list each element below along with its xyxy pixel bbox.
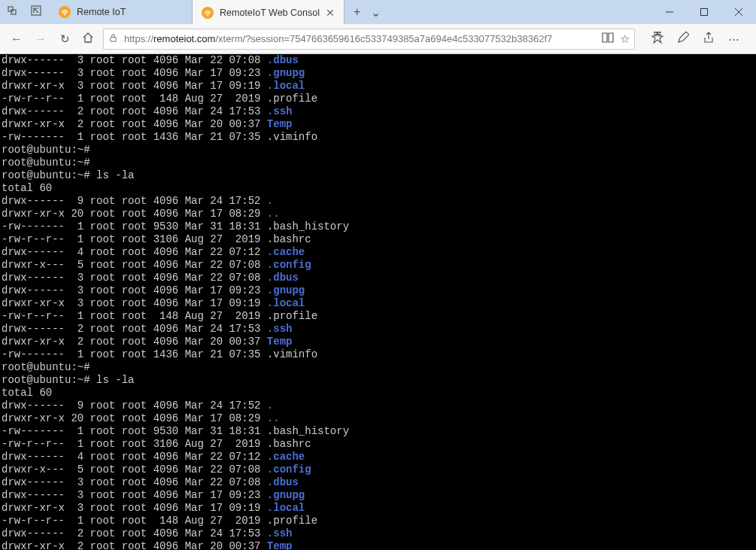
terminal-line: -rw-r--r-- 1 root root 3106 Aug 27 2019 …	[2, 233, 754, 246]
svg-point-3	[59, 6, 71, 18]
chevron-down-icon[interactable]: ⌄	[371, 5, 381, 20]
terminal-line: drwx------ 9 root root 4096 Mar 24 17:52…	[2, 400, 754, 412]
svg-point-4	[64, 14, 65, 16]
terminal[interactable]: drwx------ 3 root root 4096 Mar 22 07:08…	[0, 54, 756, 550]
set-aside-icon[interactable]	[30, 5, 42, 20]
svg-point-6	[207, 15, 208, 17]
terminal-line: root@ubuntu:~#	[2, 156, 754, 169]
home-button[interactable]	[79, 32, 97, 47]
terminal-line: drwx------ 2 root root 4096 Mar 24 17:53…	[2, 323, 754, 336]
terminal-line: drwxr-xr-x 2 root root 4096 Mar 20 00:37…	[2, 540, 754, 550]
tab-remote-iot[interactable]: Remote IoT	[50, 0, 193, 24]
terminal-line: drwx------ 3 root root 4096 Mar 17 09:23…	[2, 67, 754, 80]
terminal-line: drwx------ 2 root root 4096 Mar 24 17:53…	[2, 105, 754, 118]
terminal-line: drwxr-x--- 5 root root 4096 Mar 22 07:08…	[2, 463, 754, 476]
favorites-icon[interactable]	[651, 32, 663, 46]
terminal-line: drwxr-xr-x 3 root root 4096 Mar 17 09:19…	[2, 502, 754, 515]
right-icons: ⋯	[641, 32, 750, 46]
tab-preview-icon[interactable]	[8, 5, 20, 20]
terminal-line: -rw-r--r-- 1 root root 148 Aug 27 2019 .…	[2, 93, 754, 105]
terminal-line: root@ubuntu:~#	[2, 144, 754, 156]
terminal-line: -rw------- 1 root root 9530 Mar 31 18:31…	[2, 425, 754, 438]
terminal-line: drwx------ 4 root root 4096 Mar 22 07:12…	[2, 246, 754, 259]
tab-label: RemoteIoT Web Consol	[220, 8, 320, 18]
terminal-line: drwxr-xr-x 2 root root 4096 Mar 20 00:37…	[2, 336, 754, 348]
favorite-icon[interactable]: ☆	[620, 32, 630, 46]
terminal-line: drwx------ 2 root root 4096 Mar 24 17:53…	[2, 527, 754, 540]
terminal-line: -rw-r--r-- 1 root root 148 Aug 27 2019 .…	[2, 310, 754, 323]
close-window-button[interactable]	[721, 0, 756, 24]
terminal-line: root@ubuntu:~#	[2, 361, 754, 374]
notes-icon[interactable]	[677, 32, 689, 46]
forward-button[interactable]: →	[35, 32, 47, 46]
tab-label: Remote IoT	[77, 7, 126, 17]
terminal-line: -rw------- 1 root root 1436 Mar 21 07:35…	[2, 131, 754, 144]
terminal-line: total 60	[2, 182, 754, 195]
lock-icon	[108, 33, 118, 45]
new-tab-button[interactable]: +	[354, 5, 360, 19]
svg-rect-0	[8, 7, 13, 11]
terminal-line: drwx------ 3 root root 4096 Mar 22 07:08…	[2, 476, 754, 489]
terminal-line: drwx------ 3 root root 4096 Mar 17 09:23…	[2, 284, 754, 297]
more-icon[interactable]: ⋯	[728, 32, 739, 46]
terminal-line: -rw------- 1 root root 9530 Mar 31 18:31…	[2, 220, 754, 233]
terminal-line: drwx------ 3 root root 4096 Mar 22 07:08…	[2, 54, 754, 67]
window-controls	[652, 0, 756, 24]
terminal-line: drwx------ 3 root root 4096 Mar 22 07:08…	[2, 272, 754, 284]
terminal-line: drwx------ 4 root root 4096 Mar 22 07:12…	[2, 451, 754, 463]
terminal-line: drwx------ 9 root root 4096 Mar 24 17:52…	[2, 195, 754, 208]
reload-button[interactable]: ↻	[57, 32, 73, 46]
terminal-line: drwx------ 3 root root 4096 Mar 17 09:23…	[2, 489, 754, 502]
reading-view-icon[interactable]	[602, 32, 614, 45]
svg-point-5	[202, 7, 214, 19]
svg-rect-1	[11, 10, 16, 14]
terminal-line: root@ubuntu:~# ls -la	[2, 374, 754, 387]
toolbar: ← → ↻ https://remoteiot.com/xterm/?sessi…	[0, 24, 756, 54]
terminal-line: drwxr-xr-x 2 root root 4096 Mar 20 00:37…	[2, 118, 754, 131]
svg-rect-8	[701, 9, 708, 16]
terminal-line: -rw-r--r-- 1 root root 3106 Aug 27 2019 …	[2, 438, 754, 451]
terminal-line: drwxr-xr-x 3 root root 4096 Mar 17 09:19…	[2, 297, 754, 310]
back-button[interactable]: ←	[11, 32, 23, 46]
tab-prefix	[0, 0, 50, 24]
urlbar[interactable]: https://remoteiot.com/xterm/?session=754…	[103, 29, 635, 50]
wifi-icon	[59, 6, 71, 18]
maximize-button[interactable]	[687, 0, 721, 24]
minimize-button[interactable]	[652, 0, 687, 24]
terminal-line: drwxr-xr-x 20 root root 4096 Mar 17 08:2…	[2, 208, 754, 220]
nav-arrows: ← →	[6, 32, 51, 46]
tab-web-console[interactable]: RemoteIoT Web Consol ✕	[193, 0, 345, 24]
url-text: https://remoteiot.com/xterm/?session=754…	[124, 33, 596, 44]
title-bar: Remote IoT RemoteIoT Web Consol ✕ + ⌄	[0, 0, 756, 24]
svg-rect-11	[111, 37, 116, 41]
terminal-line: drwxr-x--- 5 root root 4096 Mar 22 07:08…	[2, 259, 754, 272]
close-icon[interactable]: ✕	[326, 7, 335, 19]
terminal-line: -rw-r--r-- 1 root root 148 Aug 27 2019 .…	[2, 515, 754, 527]
terminal-line: drwxr-xr-x 3 root root 4096 Mar 17 09:19…	[2, 80, 754, 93]
terminal-line: drwxr-xr-x 20 root root 4096 Mar 17 08:2…	[2, 412, 754, 425]
wifi-icon	[202, 7, 214, 19]
share-icon[interactable]	[703, 32, 715, 46]
tab-actions: + ⌄	[345, 0, 390, 24]
terminal-line: root@ubuntu:~# ls -la	[2, 169, 754, 182]
terminal-line: -rw------- 1 root root 1436 Mar 21 07:35…	[2, 348, 754, 361]
terminal-line: total 60	[2, 387, 754, 400]
